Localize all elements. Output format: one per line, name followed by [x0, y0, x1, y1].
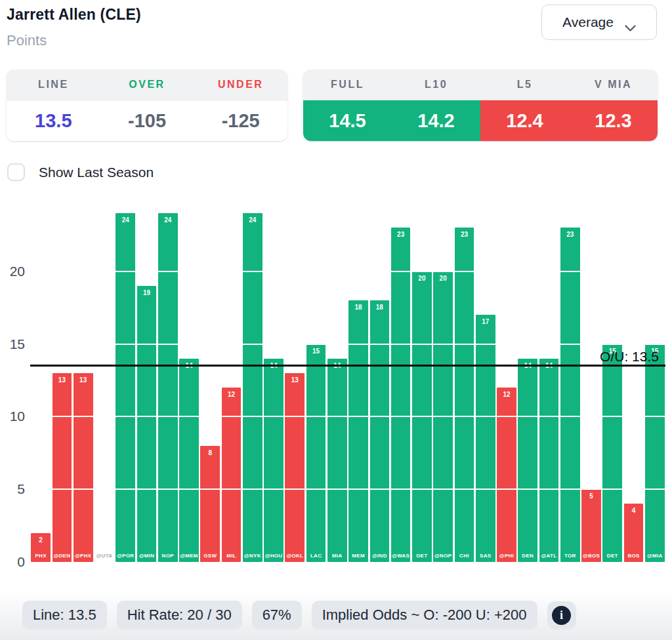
game-bar-slot[interactable]: 14@ATL [539, 211, 559, 562]
team-label: DET [600, 553, 624, 559]
game-bar[interactable]: 17 [476, 315, 495, 562]
bar-value-label: 12 [222, 388, 242, 398]
page-title: Jarrett Allen (CLE) [7, 6, 141, 24]
game-bar[interactable]: 15 [645, 344, 665, 562]
game-bar-slot[interactable]: 12@PHI [497, 211, 516, 562]
game-bar-slot[interactable]: 15@MIA [645, 211, 665, 562]
game-bar[interactable]: 24 [116, 213, 135, 562]
y-tick-label: 20 [0, 264, 25, 279]
game-bar[interactable]: 13 [285, 373, 304, 562]
game-bar-slot[interactable]: 24NOP [158, 211, 178, 562]
game-bar[interactable]: 14 [327, 359, 347, 562]
game-bar[interactable]: 12 [222, 388, 242, 562]
game-bar-slot[interactable]: 15DET [602, 211, 622, 562]
game-bar[interactable]: 15 [602, 344, 622, 562]
bar-value-label: 14 [327, 359, 347, 369]
bar-value-label: 14 [539, 359, 559, 369]
game-bar-slot[interactable]: 24@POR [116, 211, 135, 562]
splits-header: FULL L10 L5 V MIA [303, 70, 658, 100]
game-bar[interactable]: 23 [455, 228, 474, 562]
game-bar[interactable]: 23 [560, 228, 580, 562]
team-label: DEN [516, 553, 539, 559]
team-label: @NOP [431, 553, 455, 559]
game-bar-slot[interactable]: 14MIA [327, 211, 347, 562]
game-bar-slot[interactable]: 17SAS [476, 211, 495, 562]
line-column-header: LINE [7, 79, 100, 90]
game-bar-slot[interactable]: 13@DEN [52, 211, 72, 562]
game-bar[interactable]: 14 [518, 359, 537, 562]
info-icon: i [552, 606, 571, 625]
game-bar[interactable]: 14 [179, 359, 199, 562]
game-bar-slot[interactable]: 8GSW [200, 211, 220, 562]
game-bar[interactable]: 5 [581, 489, 601, 562]
gridline [30, 489, 665, 490]
game-bar-slot[interactable]: 4BOS [624, 211, 644, 562]
game-bar[interactable]: 19 [137, 286, 157, 562]
summary-footer: Line: 13.5 Hit Rate: 20 / 30 67% Implied… [0, 590, 672, 640]
game-bar[interactable]: 8 [200, 446, 220, 562]
team-label: MIA [326, 553, 349, 559]
game-bar-slot[interactable]: 19@MIN [137, 211, 157, 562]
game-bar[interactable]: 18 [348, 300, 368, 562]
team-label: @MIN [135, 553, 159, 559]
line-odds-values: 13.5 -105 -125 [7, 100, 287, 141]
bar-value-label: 14 [264, 359, 284, 369]
show-last-season-checkbox[interactable] [7, 163, 25, 181]
game-bar[interactable]: 15 [306, 344, 326, 562]
game-bar[interactable]: 12 [497, 388, 516, 562]
game-bar-slot[interactable]: 14@HOU [264, 211, 284, 562]
bar-value-label: 24 [158, 213, 178, 224]
l10-column-header: L10 [392, 79, 480, 90]
average-dropdown[interactable]: Average [541, 5, 657, 40]
game-bar-slot[interactable]: 24@NYK [243, 211, 262, 562]
game-bar-slot[interactable]: 18MEM [348, 211, 368, 562]
game-bar-slot[interactable]: @UTA [94, 211, 114, 562]
team-label: @ATL [537, 553, 561, 559]
average-dropdown-value: Average [562, 14, 614, 30]
l10-average-value: 14.2 [392, 110, 480, 132]
game-bar-slot[interactable]: 23TOR [560, 211, 580, 562]
team-label: NOP [156, 553, 180, 559]
team-label: GSW [198, 553, 222, 559]
game-bar-slot[interactable]: 23@WAS [391, 211, 411, 562]
under-column-header: UNDER [194, 79, 287, 90]
game-bar[interactable]: 13 [74, 373, 93, 562]
team-label: @BOS [579, 553, 603, 559]
team-label: @HOU [262, 553, 285, 559]
vs-opponent-column-header: V MIA [569, 79, 658, 90]
over-under-line-label: O/U: 13.5 [600, 349, 659, 365]
bar-value-label: 12 [497, 388, 516, 398]
game-bar-slot[interactable]: 20DET [412, 211, 432, 562]
over-odds-value: -105 [100, 110, 194, 132]
game-bar[interactable]: 23 [391, 228, 411, 562]
game-bar[interactable]: 14 [539, 359, 559, 562]
bar-value-label: 8 [200, 446, 220, 456]
game-bar-slot[interactable]: 14DEN [518, 211, 537, 562]
game-bar-slot[interactable]: 14@MEM [179, 211, 199, 562]
game-bar-slot[interactable]: 20@NOP [433, 211, 453, 562]
game-bar[interactable]: 13 [52, 373, 72, 562]
game-bar-slot[interactable]: 13@PHX [74, 211, 93, 562]
bar-value-label: 5 [581, 489, 601, 500]
implied-odds-badge: Implied Odds ~ O: -200 U: +200 [312, 601, 537, 630]
game-bar[interactable]: 24 [243, 213, 262, 562]
game-bar[interactable]: 14 [264, 359, 284, 562]
game-bar-slot[interactable]: 15LAC [306, 211, 326, 562]
y-tick-label: 5 [0, 482, 25, 496]
game-bar-slot[interactable]: 23CHI [455, 211, 474, 562]
game-bar-slot[interactable]: 18@IND [370, 211, 390, 562]
team-label: @MEM [177, 553, 201, 559]
game-bar[interactable]: 18 [370, 300, 390, 562]
line-odds-box: LINE OVER UNDER 13.5 -105 -125 [7, 70, 287, 141]
show-last-season-toggle[interactable]: Show Last Season [7, 163, 154, 181]
info-button[interactable]: i [547, 601, 576, 630]
game-bar-slot[interactable]: 12MIL [222, 211, 242, 562]
game-bar-slot[interactable]: 13@OKL [285, 211, 304, 562]
bar-value-label: 13 [74, 373, 93, 384]
full-average-value: 14.5 [303, 110, 392, 132]
bar-value-label: 18 [348, 300, 368, 311]
team-label: TOR [558, 553, 582, 559]
game-bar-slot[interactable]: 5@BOS [581, 211, 601, 562]
game-bar-slot[interactable]: 2PHX [31, 211, 51, 562]
game-bar[interactable]: 24 [158, 213, 178, 562]
